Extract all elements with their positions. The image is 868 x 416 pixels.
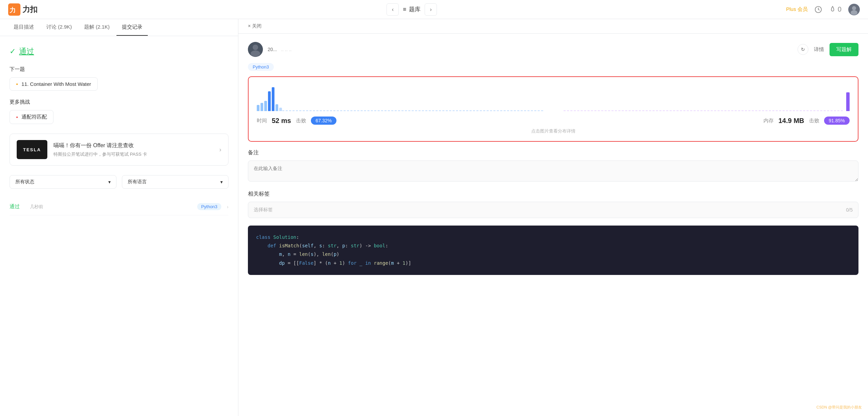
tags-select[interactable]: 选择标签 0/5 xyxy=(248,202,858,218)
perf-footer: 点击图片查看分布详情 xyxy=(257,128,850,134)
tags-count: 0/5 xyxy=(846,207,853,213)
submission-arrow-icon: › xyxy=(227,204,228,210)
challenge-title: 通配符匹配 xyxy=(21,114,47,120)
pass-status: ✓ 通过 xyxy=(10,46,228,57)
pass-text[interactable]: 通过 xyxy=(19,46,34,57)
status-filter-label: 所有状态 xyxy=(15,179,34,185)
fire-icon xyxy=(829,6,836,13)
avatar-image xyxy=(848,4,860,15)
tags-section-title: 相关标签 xyxy=(248,190,858,198)
memory-label: 内存 xyxy=(763,118,774,124)
perf-charts xyxy=(257,84,850,111)
logo-text: 力扣 xyxy=(22,4,37,15)
username-text: 20... xyxy=(268,47,277,52)
prev-button[interactable]: ‹ xyxy=(386,3,399,16)
nav-title: 题库 xyxy=(409,5,421,13)
time-value: 52 ms xyxy=(272,117,291,125)
ad-desc: 特斯拉公开笔试进行中，参与可获笔试 PASS 卡 xyxy=(53,151,213,157)
notes-input[interactable] xyxy=(248,160,858,182)
watermark: CSDN @带问是我的小朋友 xyxy=(817,405,862,410)
tab-description[interactable]: 题目描述 xyxy=(8,19,40,36)
bar4 xyxy=(268,91,271,111)
bar2 xyxy=(261,103,263,111)
right-panel: × 关闭 20... .. .. .. xyxy=(238,19,868,416)
username-meta: .. .. .. xyxy=(281,47,291,52)
code-line-3: m, n = len(s), len(p) xyxy=(256,250,850,259)
logo[interactable]: 力 力扣 xyxy=(8,3,37,16)
nav-menu-icon: ≡ xyxy=(403,6,406,13)
ad-logo: TESLA xyxy=(17,140,47,159)
status-filter[interactable]: 所有状态 ▾ xyxy=(10,175,116,189)
submission-avatar-image xyxy=(248,42,263,57)
status-filter-chevron: ▾ xyxy=(108,179,111,185)
header-right: Plus 会员 0 xyxy=(786,4,860,15)
next-button[interactable]: › xyxy=(425,3,437,16)
challenge-card[interactable]: ● 通配符匹配 xyxy=(10,110,53,124)
nav-title-area: ≡ 题库 xyxy=(403,5,421,13)
submission-actions: ↻ 详情 写题解 xyxy=(798,43,858,56)
lang-badge: Python3 xyxy=(248,63,274,71)
submission-time: 几秒前 xyxy=(30,204,57,210)
time-label: 时间 xyxy=(257,118,267,124)
language-filter-chevron: ▾ xyxy=(220,179,223,185)
submission-lang-badge: Python3 xyxy=(197,203,222,210)
tags-placeholder: 选择标签 xyxy=(254,207,273,213)
submission-status: 通过 xyxy=(10,203,30,210)
logo-icon: 力 xyxy=(8,3,20,16)
perf-box[interactable]: 时间 52 ms 击败 67.32% 内存 14.9 MB 击败 91.85% … xyxy=(248,76,858,142)
tab-discuss[interactable]: 讨论 (2.9K) xyxy=(41,19,77,36)
bar7 xyxy=(279,108,282,111)
code-line-1: class Solution: xyxy=(256,233,850,242)
defeat-time-pct-badge: 67.32% xyxy=(311,117,336,125)
ad-title: 嗝嗝！你有一份 Offer 请注意查收 xyxy=(53,142,213,149)
close-button[interactable]: × 关闭 xyxy=(248,23,262,29)
code-line-4: dp = [[False] * (n + 1) for _ in range(m… xyxy=(256,259,850,267)
detail-button[interactable]: 详情 xyxy=(814,46,824,53)
tab-solutions[interactable]: 题解 (2.1K) xyxy=(79,19,115,36)
left-panel: 题目描述 讨论 (2.9K) 题解 (2.1K) 提交记录 ✓ 通过 下一题 ●… xyxy=(0,19,238,416)
write-solution-button[interactable]: 写题解 xyxy=(830,43,858,56)
time-chart xyxy=(257,84,543,111)
bar1 xyxy=(257,105,259,111)
defeat-time-label: 击败 xyxy=(296,118,306,124)
main-layout: 题目描述 讨论 (2.9K) 题解 (2.1K) 提交记录 ✓ 通过 下一题 ●… xyxy=(0,19,868,416)
refresh-button[interactable]: ↻ xyxy=(798,44,808,55)
ad-card[interactable]: TESLA 嗝嗝！你有一份 Offer 请注意查收 特斯拉公开笔试进行中，参与可… xyxy=(10,134,228,166)
ad-content: 嗝嗝！你有一份 Offer 请注意查收 特斯拉公开笔试进行中，参与可获笔试 PA… xyxy=(53,142,213,157)
svg-point-5 xyxy=(851,10,857,15)
submission-row[interactable]: 通过 几秒前 Python3 › xyxy=(10,198,228,215)
right-content: 20... .. .. .. ↻ 详情 写题解 Python3 xyxy=(238,34,868,416)
svg-text:力: 力 xyxy=(9,7,16,14)
defeat-mem-pct-badge: 91.85% xyxy=(824,117,850,125)
header-nav: ‹ ≡ 题库 › xyxy=(386,3,437,16)
filter-row: 所有状态 ▾ 所有语言 ▾ xyxy=(10,175,228,189)
next-problem-card[interactable]: ● 11. Container With Most Water xyxy=(10,77,98,91)
left-content: ✓ 通过 下一题 ● 11. Container With Most Water… xyxy=(0,36,238,416)
language-filter[interactable]: 所有语言 ▾ xyxy=(122,175,229,189)
avatar[interactable] xyxy=(848,4,860,15)
ad-arrow-icon: › xyxy=(219,146,221,153)
submission-username: 20... .. .. .. xyxy=(268,47,798,52)
tab-submissions[interactable]: 提交记录 xyxy=(116,19,148,36)
perf-row: 时间 52 ms 击败 67.32% 内存 14.9 MB 击败 91.85% xyxy=(257,117,850,125)
memory-chart xyxy=(564,84,850,111)
code-line-2: def isMatch(self, s: str, p: str) -> boo… xyxy=(256,242,850,250)
bar5 xyxy=(272,87,274,111)
fire-icon-area[interactable]: 0 xyxy=(829,5,841,13)
plus-button[interactable]: Plus 会员 xyxy=(786,6,808,13)
fire-count: 0 xyxy=(838,5,841,13)
clock-icon-area[interactable] xyxy=(815,6,822,13)
tabs: 题目描述 讨论 (2.9K) 题解 (2.1K) 提交记录 xyxy=(0,19,238,36)
svg-point-4 xyxy=(852,6,856,10)
dot-orange-icon: ● xyxy=(16,82,18,86)
mem-bar xyxy=(846,92,850,111)
pass-checkmark-icon: ✓ xyxy=(10,47,16,56)
next-problem-label: 下一题 xyxy=(10,66,228,73)
next-problem-title: 11. Container With Most Water xyxy=(21,81,91,87)
notes-section-title: 备注 xyxy=(248,149,858,156)
time-dotted-line xyxy=(282,110,543,111)
clock-icon xyxy=(815,6,822,13)
mem-dotted-line xyxy=(564,110,843,111)
bar3 xyxy=(264,101,267,111)
bar6 xyxy=(275,104,278,111)
